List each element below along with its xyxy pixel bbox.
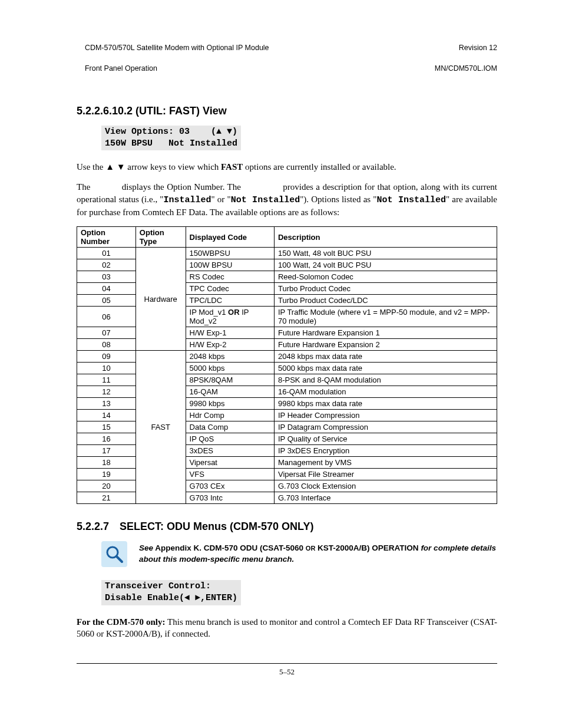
cell-description: IP Datagram Compression <box>274 421 497 433</box>
cell-option-type: FAST <box>135 351 186 504</box>
page-footer: 5–52 <box>77 663 497 677</box>
cell-option-number: 16 <box>77 433 136 445</box>
cell-description: 100 Watt, 24 volt BUC PSU <box>274 259 497 271</box>
th-displayed-code: Displayed Code <box>186 227 274 248</box>
terminal-display-view-options: View Options: 03 (▲ ▼) 150W BPSU Not Ins… <box>101 126 241 151</box>
cell-description: IP Header Compression <box>274 410 497 421</box>
header-docid: MN/CDM570L.IOM <box>435 64 497 73</box>
cell-description: Turbo Product Codec <box>274 283 497 295</box>
cell-description: 8-PSK and 8-QAM modulation <box>274 374 497 386</box>
cell-option-number: 17 <box>77 445 136 457</box>
para-use-arrow-keys: Use the ▲ ▼ arrow keys to view which FAS… <box>77 161 497 173</box>
cell-option-number: 11 <box>77 374 136 386</box>
cell-description: G.703 Interface <box>274 492 497 504</box>
cell-displayed-code: 5000 kbps <box>186 363 274 374</box>
header-revision: Revision 12 <box>459 44 497 52</box>
cell-description: 150 Watt, 48 volt BUC PSU <box>274 248 497 259</box>
cell-option-number: 18 <box>77 457 136 469</box>
svg-line-1 <box>117 556 122 562</box>
cell-description: 5000 kbps max data rate <box>274 363 497 374</box>
header-section: Front Panel Operation <box>85 64 157 73</box>
cell-option-number: 06 <box>77 307 136 327</box>
cell-displayed-code: 3xDES <box>186 445 274 457</box>
cell-option-number: 08 <box>77 339 136 351</box>
cell-displayed-code: G703 CEx <box>186 480 274 492</box>
cell-displayed-code: IP QoS <box>186 433 274 445</box>
cell-displayed-code: TPC/LDC <box>186 295 274 307</box>
cell-option-number: 20 <box>77 480 136 492</box>
cell-option-number: 21 <box>77 492 136 504</box>
cell-option-number: 10 <box>77 363 136 374</box>
cell-displayed-code: TPC Codec <box>186 283 274 295</box>
table-header-row: Option Number Option Type Displayed Code… <box>77 227 497 248</box>
cell-displayed-code: H/W Exp-1 <box>186 327 274 339</box>
cell-option-number: 04 <box>77 283 136 295</box>
cell-description: IP Quality of Service <box>274 433 497 445</box>
header-product: CDM-570/570L Satellite Modem with Option… <box>85 44 269 52</box>
cell-displayed-code: 16-QAM <box>186 386 274 398</box>
callout-text: See Appendix K. CDM-570 ODU (CSAT-5060 O… <box>139 543 497 565</box>
magnifier-icon <box>101 541 127 567</box>
cell-description: 9980 kbps max data rate <box>274 398 497 410</box>
cell-description: 2048 kbps max data rate <box>274 351 497 363</box>
page-header: CDM-570/570L Satellite Modem with Option… <box>77 32 497 84</box>
options-table: Option Number Option Type Displayed Code… <box>77 226 497 504</box>
section-heading-select-odu: 5.2.2.7SELECT: ODU Menus (CDM-570 ONLY) <box>77 521 497 533</box>
cell-displayed-code: 150WBPSU <box>186 248 274 259</box>
cell-option-number: 12 <box>77 386 136 398</box>
cell-option-number: 07 <box>77 327 136 339</box>
cell-description: G.703 Clock Extension <box>274 480 497 492</box>
cell-displayed-code: RS Codec <box>186 271 274 283</box>
cell-description: Turbo Product Codec/LDC <box>274 295 497 307</box>
see-appendix-callout: See Appendix K. CDM-570 ODU (CSAT-5060 O… <box>101 541 497 567</box>
cell-option-number: 19 <box>77 469 136 480</box>
section-heading-util-fast-view: 5.2.2.6.10.2 (UTIL: FAST) View <box>77 105 497 117</box>
terminal-display-transceiver: Transceiver Control: Disable Enable(◄ ►,… <box>101 580 241 605</box>
cell-option-number: 14 <box>77 410 136 421</box>
para-option-number-desc: The displays the Option Number. The prov… <box>77 181 497 218</box>
cell-description: Vipersat File Streamer <box>274 469 497 480</box>
cell-option-number: 01 <box>77 248 136 259</box>
cell-displayed-code: Data Comp <box>186 421 274 433</box>
cell-option-number: 03 <box>77 271 136 283</box>
cell-displayed-code: 8PSK/8QAM <box>186 374 274 386</box>
cell-description: Future Hardware Expansion 2 <box>274 339 497 351</box>
th-option-number: Option Number <box>77 227 136 248</box>
th-description: Description <box>274 227 497 248</box>
para-cdm570-only: For the CDM-570 only: This menu branch i… <box>77 616 497 640</box>
cell-description: Future Hardware Expansion 1 <box>274 327 497 339</box>
cell-displayed-code: Vipersat <box>186 457 274 469</box>
cell-displayed-code: 100W BPSU <box>186 259 274 271</box>
cell-displayed-code: H/W Exp-2 <box>186 339 274 351</box>
cell-displayed-code: G703 Intc <box>186 492 274 504</box>
cell-option-number: 15 <box>77 421 136 433</box>
cell-displayed-code: 9980 kbps <box>186 398 274 410</box>
th-option-type: Option Type <box>135 227 186 248</box>
cell-displayed-code: 2048 kbps <box>186 351 274 363</box>
cell-option-number: 05 <box>77 295 136 307</box>
cell-description: IP Traffic Module (where v1 = MPP-50 mod… <box>274 307 497 327</box>
table-row: 01Hardware150WBPSU150 Watt, 48 volt BUC … <box>77 248 497 259</box>
cell-option-type: Hardware <box>135 248 186 351</box>
cell-displayed-code: IP Mod_v1 OR IP Mod_v2 <box>186 307 274 327</box>
cell-description: Management by VMS <box>274 457 497 469</box>
cell-description: Reed-Solomon Codec <box>274 271 497 283</box>
cell-option-number: 09 <box>77 351 136 363</box>
cell-option-number: 02 <box>77 259 136 271</box>
cell-option-number: 13 <box>77 398 136 410</box>
cell-displayed-code: VFS <box>186 469 274 480</box>
cell-description: 16-QAM modulation <box>274 386 497 398</box>
cell-description: IP 3xDES Encryption <box>274 445 497 457</box>
table-row: 09FAST2048 kbps2048 kbps max data rate <box>77 351 497 363</box>
cell-displayed-code: Hdr Comp <box>186 410 274 421</box>
